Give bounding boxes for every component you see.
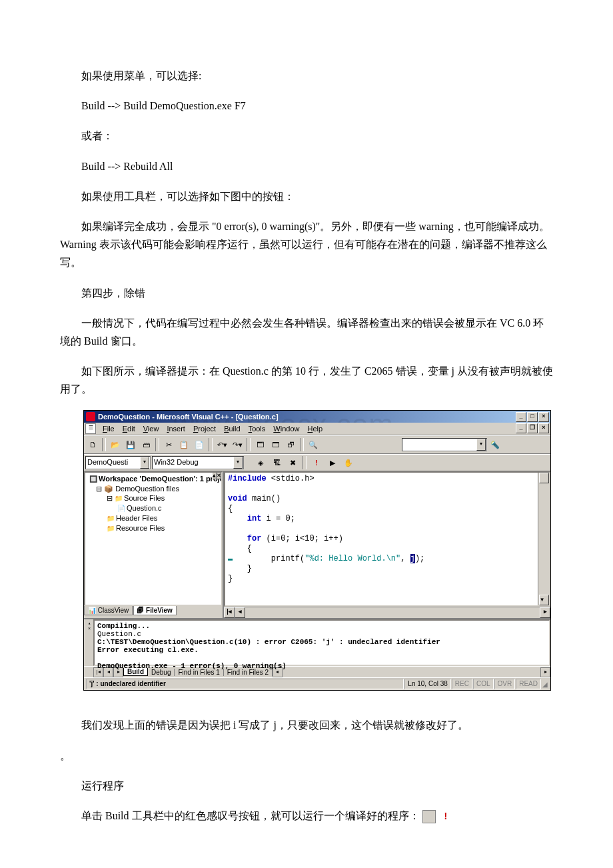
window-title: DemoQuestion - Microsoft Visual C++ - [Q… bbox=[98, 413, 279, 421]
status-message: 'j' : undeclared identifier bbox=[86, 679, 404, 689]
save-icon[interactable]: 💾 bbox=[123, 437, 138, 452]
execute-icon[interactable]: ! bbox=[309, 455, 324, 470]
editor-hscroll[interactable]: |◂ ◂ ▸ bbox=[224, 607, 550, 618]
paragraph: 或者： bbox=[60, 127, 553, 145]
workspace-tree[interactable]: ▴× Workspace 'DemoQuestion': 1 project(s… bbox=[84, 471, 223, 606]
menu-tools[interactable]: Tools bbox=[245, 424, 270, 433]
status-bar: 'j' : undeclared identifier Ln 10, Col 3… bbox=[84, 677, 550, 690]
paragraph: Build --> Rebuild All bbox=[60, 157, 553, 175]
tab-fileview[interactable]: 🗐 FileView bbox=[133, 606, 177, 615]
menu-bar: ☰ File Edit View Insert Project Build To… bbox=[84, 423, 550, 435]
stop-build-icon[interactable]: ✖ bbox=[285, 455, 300, 470]
menu-project[interactable]: Project bbox=[189, 424, 220, 433]
workspace-pane: ▴× Workspace 'DemoQuestion': 1 project(s… bbox=[84, 471, 224, 618]
execute-icon-inline: ! bbox=[422, 810, 436, 823]
tree-workspace[interactable]: Workspace 'DemoQuestion': 1 project(s) bbox=[87, 474, 220, 484]
output-pane: ▴×Compiling... Question.c C:\TEST\DemoQu… bbox=[84, 618, 550, 677]
status-col: COL bbox=[473, 679, 494, 689]
paragraph: 如下图所示，编译器提示：在 Question.c 的第 10 行，发生了 C20… bbox=[60, 362, 553, 398]
workspace-tabs: 📊 ClassView 🗐 FileView bbox=[84, 606, 223, 618]
saveall-icon[interactable]: 🗃 bbox=[139, 437, 153, 452]
child-close-button[interactable]: × bbox=[538, 423, 549, 433]
status-lncol: Ln 10, Col 38 bbox=[404, 679, 451, 689]
paragraph: Build --> Build DemoQuestion.exe F7 bbox=[60, 97, 553, 115]
paragraph: 如果使用菜单，可以选择: bbox=[60, 67, 553, 85]
menu-help[interactable]: Help bbox=[303, 424, 326, 433]
go-icon[interactable]: ▶ bbox=[325, 455, 340, 470]
find-icon[interactable]: 🔍 bbox=[306, 437, 320, 452]
redo-icon[interactable]: ↷▾ bbox=[230, 437, 245, 452]
maximize-button[interactable]: □ bbox=[527, 412, 538, 422]
paragraph: 运行程序 bbox=[60, 777, 553, 795]
paragraph: 一般情况下，代码在编写过程中必然会发生各种错误。编译器检查出来的错误会被显示在 … bbox=[60, 314, 553, 350]
tab-classview[interactable]: 📊 ClassView bbox=[84, 606, 133, 615]
editor-vscroll[interactable]: ▾ bbox=[538, 473, 549, 605]
child-minimize-button[interactable]: _ bbox=[516, 423, 526, 433]
tree-question-c[interactable]: Question.c bbox=[87, 503, 220, 513]
find-combo[interactable] bbox=[402, 438, 487, 451]
copy-icon[interactable]: 📋 bbox=[177, 437, 191, 452]
search-icon[interactable]: 🔦 bbox=[488, 437, 502, 452]
status-read: READ bbox=[516, 679, 541, 689]
out-nav-scroll-r[interactable]: ▸ bbox=[540, 667, 550, 677]
output-icon[interactable]: 🗖 bbox=[268, 437, 283, 452]
menu-insert[interactable]: Insert bbox=[163, 424, 189, 433]
mdi-doc-icon[interactable]: ☰ bbox=[85, 423, 96, 434]
menu-window[interactable]: Window bbox=[269, 424, 303, 433]
cut-icon[interactable]: ✂ bbox=[161, 437, 176, 452]
status-rec: REC bbox=[452, 679, 472, 689]
paragraph: 第四步，除错 bbox=[60, 284, 553, 302]
standard-toolbar: 🗋 📂 💾 🗃 ✂ 📋 📄 ↶▾ ↷▾ 🗔 🗖 🗗 🔍 🔦 bbox=[84, 435, 550, 454]
compile-icon[interactable]: ◈ bbox=[253, 455, 268, 470]
paragraph: 单击 Build 工具栏中的红色感叹号按钮，就可以运行一个编译好的程序： ! bbox=[60, 807, 553, 825]
config-combo[interactable]: Win32 Debug bbox=[152, 456, 244, 469]
code-editor[interactable]: #include <stdio.h> void main() { int i =… bbox=[224, 471, 550, 607]
paragraph: 如果使用工具栏，可以选择如下图中的按钮： bbox=[60, 187, 553, 205]
minimize-button[interactable]: _ bbox=[516, 412, 526, 422]
tree-project[interactable]: ⊟ 📦 DemoQuestion files bbox=[87, 484, 220, 493]
tree-resource-folder[interactable]: Resource Files bbox=[87, 523, 220, 533]
app-icon bbox=[86, 412, 95, 421]
open-icon[interactable]: 📂 bbox=[108, 437, 123, 452]
new-icon[interactable]: 🗋 bbox=[85, 437, 100, 452]
tree-source-folder[interactable]: ⊟ Source Files bbox=[87, 493, 220, 503]
child-restore-button[interactable]: ❐ bbox=[527, 423, 538, 433]
spacer bbox=[60, 691, 553, 704]
tree-header-folder[interactable]: Header Files bbox=[87, 513, 220, 523]
paste-icon[interactable]: 📄 bbox=[192, 437, 207, 452]
menu-edit[interactable]: Edit bbox=[119, 424, 139, 433]
build-toolbar: DemoQuesti Win32 Debug ◈ 🏗 ✖ ! ▶ ✋ bbox=[84, 454, 550, 471]
undo-icon[interactable]: ↶▾ bbox=[215, 437, 229, 452]
build-icon[interactable]: 🏗 bbox=[269, 455, 284, 470]
menu-view[interactable]: View bbox=[139, 424, 163, 433]
paragraph: 如果编译完全成功，会显示 "0 error(s), 0 warning(s)"。… bbox=[60, 217, 553, 272]
windowlist-icon[interactable]: 🗗 bbox=[283, 437, 298, 452]
build-output[interactable]: ▴×Compiling... Question.c C:\TEST\DemoQu… bbox=[93, 619, 550, 666]
menu-file[interactable]: File bbox=[99, 424, 119, 433]
paragraph: 。 bbox=[60, 747, 553, 765]
status-ovr: OVR bbox=[494, 679, 516, 689]
workspace-icon[interactable]: 🗔 bbox=[253, 437, 267, 452]
menu-build[interactable]: Build bbox=[220, 424, 244, 433]
vc-screenshot: DemoQuestion - Microsoft Visual C++ - [Q… bbox=[83, 410, 551, 691]
title-bar: DemoQuestion - Microsoft Visual C++ - [Q… bbox=[84, 411, 550, 423]
paragraph: 我们发现上面的错误是因为误把 i 写成了 j，只要改回来，这个错误就被修改好了。 bbox=[60, 716, 553, 734]
project-combo[interactable]: DemoQuesti bbox=[85, 456, 151, 469]
close-button[interactable]: × bbox=[538, 412, 549, 422]
breakpoint-icon[interactable]: ✋ bbox=[341, 455, 356, 470]
